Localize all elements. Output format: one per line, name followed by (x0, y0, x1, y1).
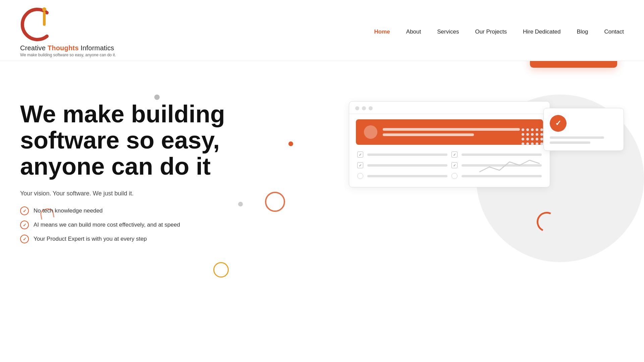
chart-line-area (479, 155, 540, 175)
hero-illustration: ✓ ✓ ✓ ✓ (322, 81, 624, 88)
svg-point-0 (42, 7, 46, 11)
list-circle-2 (451, 173, 458, 179)
nav-about[interactable]: About (406, 28, 421, 35)
deco-circle-red (265, 192, 285, 212)
logo-informatics: Informatics (79, 44, 114, 52)
nav: Home About Services Our Projects Hire De… (374, 28, 624, 35)
chart-card (530, 61, 617, 68)
list-check-4: ✓ (451, 162, 458, 168)
list-check-1: ✓ (357, 152, 363, 158)
list-item-2-text: AI means we can build more cost effectiv… (34, 222, 180, 228)
hero-section: We make building software so easy, anyon… (0, 61, 644, 349)
deco-dot-red (288, 141, 293, 146)
logo-icon (20, 6, 54, 43)
browser-window: ✓ ✓ ✓ ✓ (349, 101, 550, 187)
float-card-check (543, 108, 624, 151)
hero-left: We make building software so easy, anyon… (20, 81, 225, 243)
float-check-circle (550, 115, 567, 132)
logo-tagline: We make building software so easy, anyon… (20, 53, 116, 57)
hero-title: We make building software so easy, anyon… (20, 101, 225, 179)
nav-contact[interactable]: Contact (604, 28, 624, 35)
list-item-3: Your Product Expert is with you at every… (20, 235, 225, 243)
red-card-lines (383, 128, 535, 136)
check-icon-1 (20, 206, 29, 215)
list-check-3: ✓ (357, 162, 363, 168)
red-card-line-short (383, 133, 474, 136)
logo-thoughts: Thoughts (48, 44, 79, 52)
deco-circle-orange (213, 262, 229, 278)
nav-home[interactable]: Home (374, 28, 390, 35)
hero-title-line1: We make building (20, 101, 225, 127)
logo-area: Creative Thoughts Informatics We make bu… (20, 6, 116, 57)
list-item-3-text: Your Product Expert is with you at every… (34, 236, 147, 242)
browser-dot-1 (355, 106, 359, 110)
float-check-lines (550, 136, 618, 144)
list-item-2: AI means we can build more cost effectiv… (20, 221, 225, 229)
hero-list: No tech knowledge needed AI means we can… (20, 206, 225, 243)
nav-hire-dedicated[interactable]: Hire Dedicated (523, 28, 560, 35)
nav-our-projects[interactable]: Our Projects (475, 28, 506, 35)
header: Creative Thoughts Informatics We make bu… (0, 0, 644, 61)
nav-services[interactable]: Services (437, 28, 459, 35)
nav-blog[interactable]: Blog (577, 28, 588, 35)
red-card-line-long (383, 128, 520, 131)
hero-title-line2: software so easy, (20, 127, 220, 154)
list-circle-1 (357, 173, 363, 179)
browser-dot-2 (362, 106, 366, 110)
list-check-2: ✓ (451, 152, 458, 158)
deco-dot-gray-2 (238, 202, 243, 206)
hero-title-line3: anyone can do it (20, 153, 211, 180)
browser-bar (349, 102, 550, 114)
check-icon-3 (20, 235, 29, 243)
list-item-1: No tech knowledge needed (20, 206, 225, 215)
red-card-circle (364, 125, 377, 139)
logo-text: Creative Thoughts Informatics (20, 44, 114, 52)
check-icon-2 (20, 221, 29, 229)
browser-dot-3 (369, 106, 373, 110)
dot-grid (522, 128, 543, 145)
logo-creative: Creative (20, 44, 48, 52)
list-item-1-text: No tech knowledge needed (34, 207, 103, 214)
red-card (356, 119, 543, 145)
browser-content: ✓ ✓ ✓ ✓ (349, 114, 550, 187)
hero-subtitle: Your vision. Your software. We just buil… (20, 190, 225, 197)
